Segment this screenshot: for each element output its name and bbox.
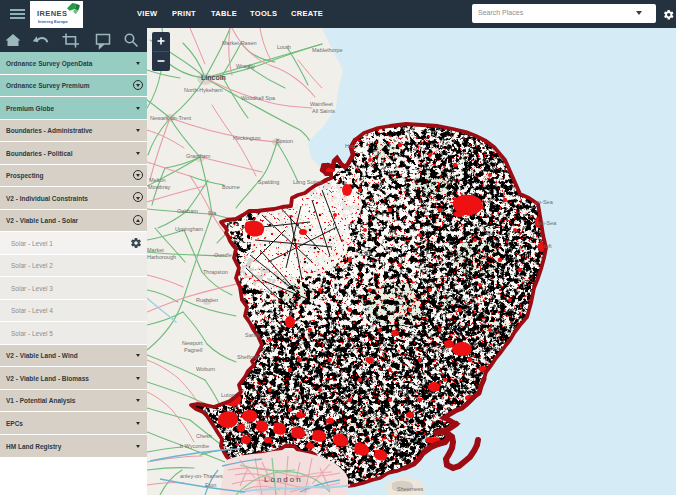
svg-text:Harborough: Harborough: [147, 254, 176, 260]
svg-text:Heckington: Heckington: [233, 135, 261, 141]
svg-text:London: London: [264, 475, 303, 484]
svg-text:Hun: Hun: [345, 143, 355, 149]
svg-text:Oakham: Oakham: [177, 208, 198, 214]
svg-text:Rushden: Rushden: [196, 297, 218, 303]
svg-text:Woburn: Woburn: [196, 366, 215, 372]
svg-text:Uppingham: Uppingham: [175, 226, 204, 232]
svg-text:Newport: Newport: [182, 340, 203, 346]
svg-text:Chesh: Chesh: [196, 433, 212, 439]
svg-text:Wainfleet: Wainfleet: [310, 101, 333, 107]
svg-text:anley-on-Thames: anley-on-Thames: [180, 473, 223, 479]
svg-text:on-Sea: on-Sea: [535, 199, 554, 205]
svg-text:Louth: Louth: [277, 44, 291, 50]
svg-text:Mablethorpe: Mablethorpe: [312, 47, 343, 53]
svg-text:ton-Sea: ton-Sea: [537, 220, 557, 226]
svg-text:North-Hykeham: North-Hykeham: [184, 87, 223, 93]
svg-text:Mowbray: Mowbray: [148, 184, 171, 190]
svg-text:Market-Rasen: Market-Rasen: [222, 40, 257, 46]
svg-text:h Wycombe: h Wycombe: [180, 443, 209, 449]
svg-text:toft: toft: [544, 243, 552, 249]
svg-text:Boston: Boston: [276, 138, 293, 144]
svg-text:Oundle: Oundle: [214, 252, 232, 258]
svg-text:Market: Market: [147, 247, 164, 253]
svg-text:Sheerness: Sheerness: [397, 486, 424, 492]
svg-text:Newark-on-Trent: Newark-on-Trent: [150, 115, 192, 121]
svg-text:Long Sutton: Long Sutton: [293, 179, 323, 185]
svg-text:Melton: Melton: [149, 177, 166, 183]
svg-text:Sta: Sta: [208, 210, 217, 216]
svg-text:All Saints: All Saints: [312, 108, 335, 114]
svg-text:Bourne: Bourne: [222, 184, 240, 190]
svg-text:Wragby: Wragby: [236, 63, 255, 69]
svg-text:Lincoln: Lincoln: [201, 74, 226, 81]
svg-text:Shefford: Shefford: [237, 354, 258, 360]
svg-text:Spalding: Spalding: [258, 179, 279, 185]
svg-text:Thrapston: Thrapston: [203, 269, 228, 275]
svg-text:Grantham: Grantham: [186, 153, 211, 159]
svg-text:Woodhall Spa: Woodhall Spa: [241, 95, 276, 101]
svg-text:Sandy: Sandy: [245, 332, 261, 338]
svg-text:Luton: Luton: [221, 392, 235, 398]
svg-text:Pagnell: Pagnell: [184, 347, 202, 353]
svg-text:Eton: Eton: [205, 482, 216, 488]
